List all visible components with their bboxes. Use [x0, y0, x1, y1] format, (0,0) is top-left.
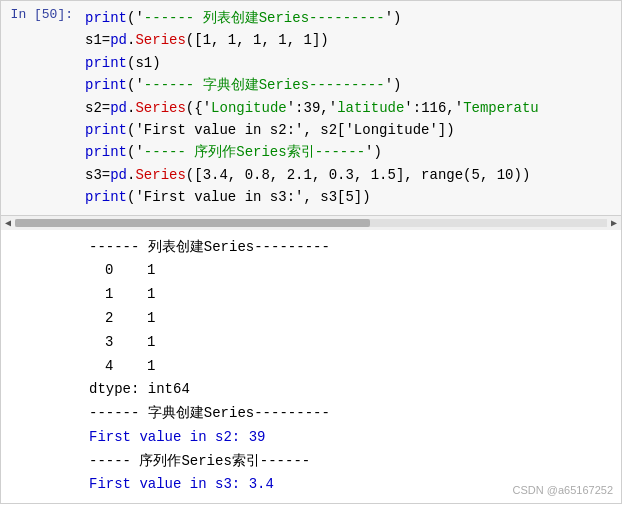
code-line-6: print('First value in s2:', s2['Longitud… — [85, 119, 617, 141]
scrollbar-thumb[interactable] — [15, 219, 370, 227]
output-line-5: 3 1 — [89, 331, 613, 355]
input-area: In [50]: print('------ 列表创建Series-------… — [0, 0, 622, 216]
scrollbar-area[interactable]: ◀ ▶ — [0, 216, 622, 230]
output-area: ------ 列表创建Series--------- 0 1 1 1 2 1 3… — [0, 230, 622, 505]
code-line-2: s1=pd.Series([1, 1, 1, 1, 1]) — [85, 29, 617, 51]
code-line-9: print('First value in s3:', s3[5]) — [85, 186, 617, 208]
output-line-2: 0 1 — [89, 259, 613, 283]
output-line-4: 2 1 — [89, 307, 613, 331]
code-line-3: print(s1) — [85, 52, 617, 74]
output-line-1: ------ 列表创建Series--------- — [89, 236, 613, 260]
code-line-8: s3=pd.Series([3.4, 0.8, 2.1, 0.3, 1.5], … — [85, 164, 617, 186]
output-line-8: ------ 字典创建Series--------- — [89, 402, 613, 426]
output-line-7: dtype: int64 — [89, 378, 613, 402]
kw-print: print — [85, 10, 127, 26]
scroll-right-arrow[interactable]: ▶ — [607, 216, 621, 230]
output-line-10: ----- 序列作Series索引------ — [89, 450, 613, 474]
code-line-7: print('----- 序列作Series索引------') — [85, 141, 617, 163]
notebook-cell: In [50]: print('------ 列表创建Series-------… — [0, 0, 622, 504]
code-line-5: s2=pd.Series({'Longitude':39,'latitude':… — [85, 97, 617, 119]
scrollbar-track[interactable] — [15, 219, 607, 227]
watermark: CSDN @a65167252 — [513, 481, 613, 500]
input-code[interactable]: print('------ 列表创建Series---------') s1=p… — [81, 5, 621, 211]
output-line-3: 1 1 — [89, 283, 613, 307]
code-line-4: print('------ 字典创建Series---------') — [85, 74, 617, 96]
output-line-6: 4 1 — [89, 355, 613, 379]
input-prompt: In [50]: — [1, 5, 81, 211]
code-line-1: print('------ 列表创建Series---------') — [85, 7, 617, 29]
output-line-9: First value in s2: 39 — [89, 426, 613, 450]
scroll-left-arrow[interactable]: ◀ — [1, 216, 15, 230]
